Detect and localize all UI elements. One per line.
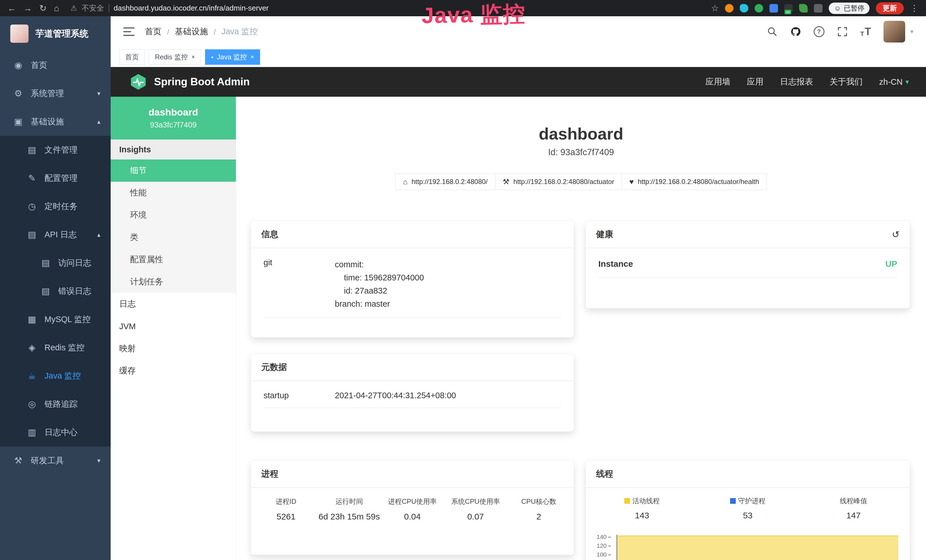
card-title: 线程 — [596, 468, 613, 480]
sidebar-item-mysql-monitor[interactable]: ▦ MySQL 监控 — [0, 305, 110, 333]
address-bar[interactable]: ⚠ 不安全 dashboard.yudao.iocoder.cn/infra/a… — [70, 3, 269, 13]
extension-icon-3[interactable] — [755, 4, 763, 12]
health-url-link[interactable]: ♥ http://192.168.0.2:48080/actuator/heal… — [622, 173, 767, 190]
extension-puzzle-icon[interactable] — [814, 4, 823, 12]
tab-redis-monitor[interactable]: Redis 监控 × — [149, 49, 201, 65]
sba-nav-applications[interactable]: 应用 — [747, 76, 763, 88]
back-icon[interactable]: ← — [8, 4, 16, 12]
extension-icon-5[interactable]: on — [784, 4, 793, 12]
refresh-icon[interactable]: ↻ — [39, 4, 47, 12]
sidebar-item-api-log[interactable]: ▤ API 日志 ▴ — [0, 221, 110, 249]
sidebar-item-file-manage[interactable]: ▤ 文件管理 — [0, 136, 110, 164]
extension-icon-6[interactable] — [799, 4, 808, 12]
sba-side-item-classes[interactable]: 类 — [110, 226, 236, 248]
smiley-icon: ☺ — [834, 4, 841, 12]
page-subtitle: Id: 93a3fc7f7409 — [236, 147, 926, 157]
font-size-icon[interactable]: T T — [860, 26, 871, 38]
history-icon[interactable]: ↺ — [892, 229, 899, 240]
sba-nav-about[interactable]: 关于我们 — [830, 76, 863, 88]
security-warning-icon: ⚠ — [70, 4, 77, 12]
app-logo-row[interactable]: 芋道管理系统 — [0, 16, 110, 51]
sba-side-item-caches[interactable]: 缓存 — [110, 360, 236, 382]
close-icon[interactable]: × — [191, 53, 195, 61]
fullscreen-icon[interactable] — [837, 26, 848, 37]
sba-brand-title[interactable]: Spring Boot Admin — [154, 76, 250, 88]
status-badge: UP — [885, 259, 897, 269]
sidebar-item-home[interactable]: ◉ 首页 — [0, 51, 110, 79]
sidebar-item-system[interactable]: ⚙ 系统管理 ▾ — [0, 79, 110, 107]
sba-nav: 应用墙 应用 日志报表 关于我们 zh-CN ▾ — [705, 76, 909, 88]
sba-language-select[interactable]: zh-CN ▾ — [879, 77, 909, 87]
instance-id: 93a3fc7f7409 — [150, 121, 197, 130]
sidebar-item-error-log[interactable]: ▤ 错误日志 — [0, 277, 110, 305]
breadcrumb-item-home[interactable]: 首页 — [145, 26, 162, 37]
tab-label: 首页 — [125, 53, 139, 62]
sba-side-item-scheduled-tasks[interactable]: 计划任务 — [110, 271, 236, 293]
sidebar-item-java-monitor[interactable]: ☕ Java 监控 — [0, 362, 110, 390]
process-stats: 进程ID 5261 运行时间 6d 23h 15m 59s 进程CPU使用率 0… — [251, 488, 574, 533]
extension-icon-1[interactable] — [725, 4, 734, 12]
card-title: 元数据 — [261, 362, 287, 373]
service-url-link[interactable]: ⌂ http://192.168.0.2:48080/ — [395, 173, 495, 190]
tab-java-monitor[interactable]: ● Java 监控 × — [205, 49, 260, 65]
close-icon[interactable]: × — [250, 53, 254, 61]
sidebar-toggle-icon[interactable] — [123, 27, 135, 36]
devtools-icon: ⚒ — [12, 455, 24, 466]
sba-side-item-mappings[interactable]: 映射 — [110, 338, 236, 360]
security-label: 不安全 — [82, 3, 104, 13]
breadcrumb-separator — [167, 27, 169, 36]
sidebar-item-log-center[interactable]: ▥ 日志中心 — [0, 418, 110, 446]
info-key: git — [263, 258, 335, 310]
sidebar-item-config-manage[interactable]: ✎ 配置管理 — [0, 164, 110, 192]
stat-value: 143 — [589, 511, 695, 520]
browser-home-icon[interactable]: ⌂ — [54, 4, 59, 12]
sba-side-item-details[interactable]: 细节 — [110, 159, 236, 182]
stat-value: 147 — [800, 511, 906, 520]
forward-icon[interactable]: → — [23, 4, 32, 12]
user-avatar[interactable] — [884, 21, 905, 42]
sidebar-item-scheduled-jobs[interactable]: ◷ 定时任务 — [0, 192, 110, 221]
bookmark-star-icon[interactable]: ☆ — [711, 4, 719, 12]
sba-side-item-metrics[interactable]: 性能 — [110, 182, 236, 204]
sba-main: dashboard Id: 93a3fc7f7409 ⌂ http://192.… — [236, 97, 926, 560]
stat-value: 53 — [695, 511, 801, 520]
paused-badge[interactable]: ☺ 已暂停 — [829, 3, 870, 14]
y-axis-tick: 120 — [593, 542, 611, 549]
browser-menu-icon[interactable]: ⋮ — [910, 4, 918, 12]
sba-side-item-logs[interactable]: 日志 — [110, 293, 236, 315]
sidebar-item-redis-monitor[interactable]: ◈ Redis 监控 — [0, 333, 110, 362]
infrastructure-icon: ▣ — [12, 117, 24, 127]
paused-label: 已暂停 — [844, 4, 864, 13]
legend-label: 活动线程 — [632, 496, 660, 506]
card-title: 健康 — [596, 229, 613, 240]
sba-side-item-environment[interactable]: 环境 — [110, 204, 236, 226]
stat-value: 0.04 — [381, 512, 444, 522]
breadcrumb-item-infrastructure[interactable]: 基础设施 — [175, 26, 208, 37]
tab-label: Java 监控 — [217, 53, 247, 62]
sidebar-item-devtools[interactable]: ⚒ 研发工具 ▾ — [0, 446, 110, 475]
github-icon[interactable] — [790, 26, 801, 37]
actuator-url-link[interactable]: ⚒ http://192.168.0.2:48080/actuator — [495, 173, 622, 190]
sidebar-item-label: Redis 监控 — [44, 342, 85, 353]
sba-side-item-config-props[interactable]: 配置属性 — [110, 248, 236, 271]
sidebar-item-infrastructure[interactable]: ▣ 基础设施 ▴ — [0, 107, 110, 136]
extension-icon-2[interactable] — [740, 4, 748, 12]
sba-nav-wallboard[interactable]: 应用墙 — [705, 76, 730, 88]
sidebar-item-access-log[interactable]: ▤ 访问日志 — [0, 249, 110, 277]
search-icon[interactable] — [767, 26, 778, 37]
avatar-caret-icon[interactable]: ▾ — [910, 28, 914, 35]
sba-side-item-jvm[interactable]: JVM — [110, 315, 236, 338]
update-button[interactable]: 更新 — [876, 2, 904, 14]
sba-nav-journal[interactable]: 日志报表 — [780, 76, 813, 88]
extension-icon-4[interactable] — [769, 4, 778, 12]
help-icon[interactable]: ? — [814, 26, 825, 37]
chevron-down-icon: ▾ — [905, 78, 909, 86]
sba-instance-header[interactable]: dashboard 93a3fc7f7409 — [110, 97, 236, 139]
wrench-icon: ⚒ — [503, 177, 509, 186]
trace-icon: ◎ — [26, 399, 38, 409]
tab-home[interactable]: 首页 — [119, 49, 145, 65]
link-label: http://192.168.0.2:48080/actuator/health — [638, 178, 759, 186]
chevron-down-icon: ▾ — [97, 90, 100, 97]
sidebar-item-tracing[interactable]: ◎ 链路追踪 — [0, 390, 110, 418]
health-instance-row[interactable]: Instance UP — [598, 259, 897, 278]
